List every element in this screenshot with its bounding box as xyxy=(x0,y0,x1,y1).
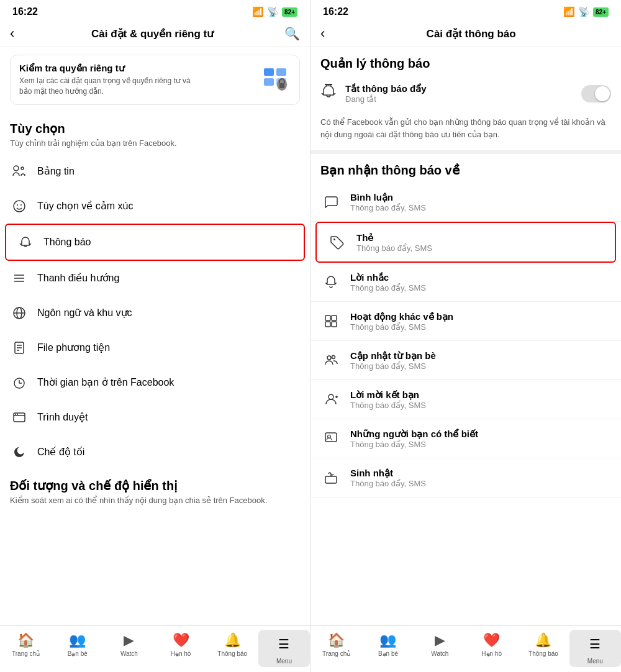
trangchu-icon-left: 🏠 xyxy=(17,632,34,648)
privacy-card[interactable]: Kiểm tra quyền riêng tư Xem lại các cài … xyxy=(10,55,300,105)
menu-tab-label-left: Menu xyxy=(276,658,292,665)
loimoi-sub: Thông báo đẩy, SMS xyxy=(350,401,426,410)
header-right: ‹ Cài đặt thông báo xyxy=(310,20,621,47)
hendo-label-left: Hẹn hò xyxy=(171,650,191,657)
ngonngu-icon xyxy=(10,304,29,322)
menu-icon-box-right: ☰ xyxy=(583,632,607,656)
svg-point-27 xyxy=(17,414,18,415)
svg-rect-34 xyxy=(325,322,330,327)
menu-item-bangtin[interactable]: Bảng tin xyxy=(0,154,310,189)
banbe-icon-right: 👥 xyxy=(379,632,396,648)
tab-trangchu-right[interactable]: 🏠 Trang chủ xyxy=(310,630,362,667)
custom-section-title: Tùy chọn xyxy=(0,112,310,137)
back-button-right[interactable]: ‹ xyxy=(320,25,325,42)
hoatdong-label: Hoạt động khác về bạn xyxy=(350,311,453,322)
notif-item-nguoiban[interactable]: Những người bạn có thể biết Thông báo đẩ… xyxy=(310,419,621,458)
tab-hendo-right[interactable]: ❤️ Hẹn hò xyxy=(466,630,517,667)
sinhnhat-icon xyxy=(320,467,342,488)
svg-rect-32 xyxy=(325,316,330,320)
watch-label-left: Watch xyxy=(120,650,138,657)
tab-thongbao-left[interactable]: 🔔 Thông báo xyxy=(207,630,258,667)
menu-icon-box-left: ☰ xyxy=(272,632,296,656)
hendo-icon-left: ❤️ xyxy=(173,632,189,648)
menu-item-thoigian[interactable]: Thời gian bạn ở trên Facebook xyxy=(0,365,310,400)
the-sub: Thông báo đẩy, SMS xyxy=(356,243,432,253)
toggle-text: Tắt thông báo đẩy Đang tắt xyxy=(345,83,581,104)
capnhat-sub: Thông báo đẩy, SMS xyxy=(350,361,436,371)
tab-banbe-right[interactable]: 👥 Bạn bè xyxy=(362,630,414,667)
tab-hendo-left[interactable]: ❤️ Hẹn hò xyxy=(155,630,207,667)
thongbao-tab-icon-right: 🔔 xyxy=(535,632,551,648)
watch-icon-right: ▶ xyxy=(435,632,445,648)
svg-rect-0 xyxy=(264,68,274,76)
capnhat-text: Cập nhật từ bạn bè Thông báo đẩy, SMS xyxy=(350,350,436,371)
status-time-right: 16:22 xyxy=(323,6,348,17)
the-text: Thẻ Thông báo đẩy, SMS xyxy=(356,232,432,253)
cheodotoi-label: Chế độ tối xyxy=(37,446,84,458)
notif-item-binhLuan[interactable]: Bình luận Thông báo đẩy, SMS xyxy=(310,183,621,222)
menu-item-trinhduyeht[interactable]: Trình duyệt xyxy=(0,400,310,435)
svg-point-37 xyxy=(332,356,335,359)
tab-thongbao-right[interactable]: 🔔 Thông báo xyxy=(517,630,569,667)
camxuc-label: Tùy chọn về cảm xúc xyxy=(37,200,133,212)
svg-point-31 xyxy=(333,238,335,240)
trinhduyet-icon xyxy=(10,408,29,427)
notif-item-hoatdong[interactable]: Hoạt động khác về bạn Thông báo đẩy, SMS xyxy=(310,302,621,341)
trangchu-label-right: Trang chủ xyxy=(322,650,350,657)
menu-item-cheodotoi[interactable]: Chế độ tối xyxy=(0,435,310,470)
menu-item-thanhdieuhung[interactable]: Thanh điều hướng xyxy=(0,261,310,296)
menu-item-ngonngu[interactable]: Ngôn ngữ và khu vực xyxy=(0,296,310,330)
svg-point-9 xyxy=(17,204,18,206)
thongbao-tab-label-left: Thông báo xyxy=(217,650,247,657)
signal-icon-left: 📶 xyxy=(252,6,264,17)
menu-item-camxuc[interactable]: Tùy chọn về cảm xúc xyxy=(0,189,310,224)
notif-item-loinhac[interactable]: Lời nhắc Thông báo đẩy, SMS xyxy=(310,263,621,302)
bangtin-icon xyxy=(10,162,29,181)
loinhac-sub: Thông báo đẩy, SMS xyxy=(350,283,426,293)
right-screen: 16:22 📶 📡 82+ ‹ Cài đặt thông báo Quản l… xyxy=(310,0,621,672)
notif-item-sinhnhat[interactable]: Sinh nhật Thông báo đẩy, SMS xyxy=(310,458,621,497)
menu-item-file[interactable]: File phương tiện xyxy=(0,330,310,365)
file-label: File phương tiện xyxy=(37,342,110,353)
custom-section-subtitle: Tùy chỉnh trải nghiệm của bạn trên Faceb… xyxy=(0,137,310,154)
banbe-label-right: Bạn bè xyxy=(378,650,398,657)
trangchu-label-left: Trang chủ xyxy=(12,650,40,657)
file-icon xyxy=(10,338,29,357)
thoigian-label: Thời gian bạn ở trên Facebook xyxy=(37,376,174,388)
signal-icon-right: 📶 xyxy=(563,6,575,17)
svg-rect-33 xyxy=(332,316,337,320)
tab-banbe-left[interactable]: 👥 Bạn bè xyxy=(52,630,103,667)
note-text: Có thể Facebook vẫn gửi cho bạn những th… xyxy=(310,111,621,154)
tab-trangchu-left[interactable]: 🏠 Trang chủ xyxy=(0,630,52,667)
svg-point-38 xyxy=(329,394,333,399)
search-button-left[interactable]: 🔍 xyxy=(284,26,300,41)
notif-item-the[interactable]: Thẻ Thông báo đẩy, SMS xyxy=(315,222,616,263)
notif-item-loimoi[interactable]: Lời mời kết bạn Thông báo đẩy, SMS xyxy=(310,380,621,419)
back-button-left[interactable]: ‹ xyxy=(10,25,14,42)
thongbao-icon xyxy=(16,233,35,252)
tab-watch-left[interactable]: ▶ Watch xyxy=(103,630,155,667)
loimoi-label: Lời mời kết bạn xyxy=(350,389,426,401)
toggle-switch[interactable] xyxy=(581,85,611,102)
privacy-card-desc: Xem lại các cài đặt quan trọng về quyền … xyxy=(19,76,193,97)
menu-item-thongbao[interactable]: Thông báo xyxy=(5,224,305,261)
hendo-icon-right: ❤️ xyxy=(483,632,500,648)
tab-bar-left: 🏠 Trang chủ 👥 Bạn bè ▶ Watch ❤️ Hẹn hò 🔔… xyxy=(0,625,310,672)
tab-menu-left[interactable]: ☰ Menu xyxy=(258,630,310,667)
tab-watch-right[interactable]: ▶ Watch xyxy=(414,630,466,667)
tab-menu-right[interactable]: ☰ Menu xyxy=(569,630,621,667)
thongbao-tab-label-right: Thông báo xyxy=(528,650,558,657)
the-label: Thẻ xyxy=(356,232,432,243)
camxuc-icon xyxy=(10,197,29,216)
battery-right: 82+ xyxy=(593,7,609,17)
hoatdong-icon xyxy=(320,311,342,332)
privacy-card-title: Kiểm tra quyền riêng tư xyxy=(19,63,193,74)
notif-item-capnhat[interactable]: Cập nhật từ bạn bè Thông báo đẩy, SMS xyxy=(310,341,621,380)
nguoiban-text: Những người bạn có thể biết Thông báo đẩ… xyxy=(350,429,478,449)
svg-rect-43 xyxy=(325,476,337,483)
svg-point-10 xyxy=(20,204,22,206)
trinhduyet-label: Trình duyệt xyxy=(37,411,88,423)
thongbao-tab-icon-left: 🔔 xyxy=(224,632,241,648)
wifi-icon-left: 📡 xyxy=(267,6,279,17)
loinhac-label: Lời nhắc xyxy=(350,272,426,283)
